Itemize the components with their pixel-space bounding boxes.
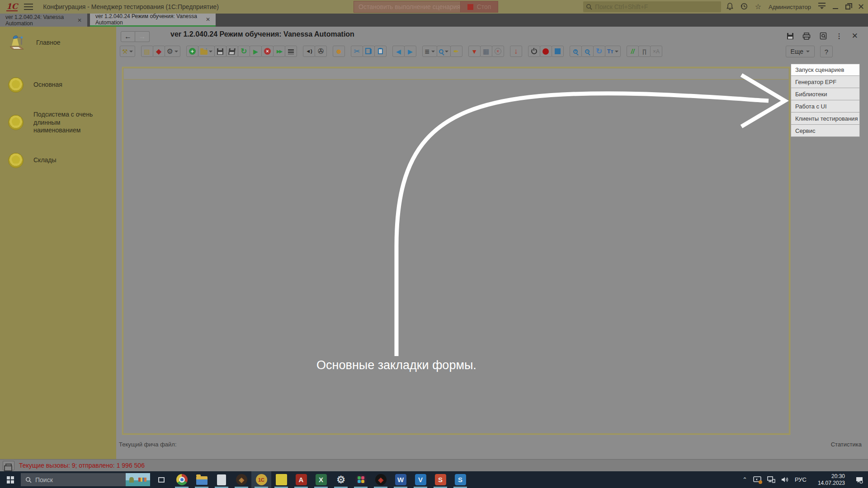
table-button[interactable]: ▦ xyxy=(480,46,492,57)
tab-libraries[interactable]: Библиотеки xyxy=(791,88,860,100)
tab-close-icon[interactable]: ✕ xyxy=(206,16,210,23)
stop-error-button[interactable]: × xyxy=(261,46,274,57)
settings-button[interactable]: ⚙ xyxy=(165,46,180,57)
font-button[interactable]: Tт xyxy=(605,46,621,57)
restart-button[interactable]: ↻ xyxy=(238,46,250,57)
tray-expand-icon[interactable]: ⌃ xyxy=(742,476,747,483)
history-icon[interactable] xyxy=(741,3,748,11)
current-user[interactable]: Администратор xyxy=(769,4,811,10)
taskbar-app-explorer[interactable] xyxy=(192,471,212,488)
performance-indicator-button[interactable] xyxy=(3,461,14,470)
favorites-star-icon[interactable]: ☆ xyxy=(755,3,761,10)
task-view-button[interactable] xyxy=(154,471,169,488)
taskbar-app-1c[interactable]: 1С xyxy=(251,471,271,488)
sidebar-item-podsistema[interactable]: Подсистема с очень длинным наименованием xyxy=(0,104,116,141)
notifications-bell-icon[interactable] xyxy=(726,3,733,11)
steps-button[interactable] xyxy=(285,46,297,57)
window-close-button[interactable]: ✕ xyxy=(858,3,864,11)
play-fast-button[interactable]: ▶▶ xyxy=(273,46,285,57)
network-icon[interactable] xyxy=(767,476,775,483)
taskbar-app-word[interactable]: W xyxy=(391,471,410,488)
taskbar-search-input[interactable] xyxy=(35,476,112,483)
statistics-link[interactable]: Статистика xyxy=(831,441,862,448)
subsystem-tree-button[interactable]: ▤ xyxy=(141,46,153,57)
main-menu-icon[interactable] xyxy=(24,4,33,10)
sync-button[interactable]: ↻ xyxy=(593,46,605,57)
tab-training-mode[interactable]: ver 1.2.040.24 Режим обучения: Vanessa A… xyxy=(90,14,216,27)
save-icon[interactable] xyxy=(787,33,793,39)
breakpoint-button[interactable]: ◆ xyxy=(153,46,165,57)
help-button[interactable]: ? xyxy=(820,46,833,57)
zoom-out-button[interactable]: − xyxy=(581,46,594,57)
taskbar-app-notepad[interactable] xyxy=(212,471,231,488)
global-search[interactable] xyxy=(583,1,721,12)
close-circle-button[interactable]: × xyxy=(492,46,504,57)
video-button[interactable]: ✇ xyxy=(315,46,327,57)
language-indicator[interactable]: РУС xyxy=(795,476,807,483)
search-button[interactable] xyxy=(437,46,451,57)
taskbar-app-hexagon-1[interactable]: ◈ xyxy=(231,471,251,488)
tools-button[interactable]: ⚒ xyxy=(120,46,135,57)
service-menu-icon[interactable] xyxy=(818,3,826,11)
taskbar-app-slack[interactable] xyxy=(351,471,371,488)
stop-record-button[interactable] xyxy=(552,46,564,57)
save-as-button[interactable] xyxy=(226,46,238,57)
start-button[interactable] xyxy=(0,471,21,488)
record-button[interactable] xyxy=(540,46,552,57)
save-button[interactable] xyxy=(214,46,226,57)
download-button[interactable]: ↓ xyxy=(510,46,522,57)
more-button[interactable]: Еще xyxy=(786,46,815,57)
add-button[interactable]: + xyxy=(186,46,198,57)
nav-back-button[interactable]: ← xyxy=(121,31,135,42)
flag-button[interactable]: ▼ xyxy=(468,46,481,57)
taskbar-app-sticky-notes[interactable] xyxy=(271,471,291,488)
form-close-icon[interactable]: ✕ xyxy=(852,31,858,41)
power-button[interactable] xyxy=(528,46,540,57)
stop-button[interactable]: Стоп xyxy=(460,1,498,12)
taskbar-app-red-s[interactable]: S xyxy=(430,471,450,488)
taskbar-search[interactable] xyxy=(21,473,150,486)
tab-test-clients[interactable]: Клиенты тестирования xyxy=(791,113,860,125)
sort-list-button[interactable]: ≣ xyxy=(422,46,437,57)
taskbar-app-blue-s[interactable]: S xyxy=(450,471,470,488)
action-center-icon[interactable] xyxy=(855,476,863,483)
taskbar-app-settings[interactable]: ⚙ xyxy=(331,471,351,488)
tab-service[interactable]: Сервис xyxy=(791,125,860,137)
taskbar-app-excel[interactable]: X xyxy=(311,471,331,488)
clean-button[interactable]: ✒ xyxy=(450,46,462,57)
play-button[interactable]: ▶ xyxy=(250,46,262,57)
tab-close-icon[interactable]: ✕ xyxy=(77,17,82,23)
tab-vanessa-automation[interactable]: ver 1.2.040.24: Vanessa Automation ✕ xyxy=(0,14,87,27)
tab-epf-generator[interactable]: Генератор EPF xyxy=(791,76,860,88)
tab-ui-work[interactable]: Работа с UI xyxy=(791,100,860,113)
sound-button[interactable]: ◄) xyxy=(303,46,315,57)
copy-button[interactable] xyxy=(363,46,375,57)
clock[interactable]: 20:30 14.07.2023 xyxy=(818,473,845,487)
step-forward-button[interactable]: ▶ xyxy=(404,46,416,57)
sidebar-item-sklady[interactable]: Склады xyxy=(0,146,116,174)
volume-icon[interactable] xyxy=(781,476,789,483)
step-back-button[interactable]: ◀ xyxy=(392,46,405,57)
nav-forward-button[interactable]: → xyxy=(135,31,150,42)
window-restore-button[interactable] xyxy=(845,5,850,9)
reader-button[interactable]: ☻ xyxy=(333,46,345,57)
tab-scenario-run[interactable]: Запуск сценариев xyxy=(791,64,860,76)
taskbar-app-chrome[interactable] xyxy=(172,471,192,488)
taskbar-app-vscode[interactable]: V xyxy=(410,471,430,488)
paste-button[interactable] xyxy=(374,46,387,57)
zoom-in-button[interactable]: + xyxy=(570,46,582,57)
taskbar-app-acrobat[interactable]: A xyxy=(291,471,311,488)
sidebar-item-main[interactable]: Главное xyxy=(0,27,116,63)
screen-share-icon[interactable] xyxy=(753,476,761,483)
kebab-menu-icon[interactable]: ⋮ xyxy=(836,32,843,40)
comment-button[interactable]: // xyxy=(627,46,639,57)
window-minimize-button[interactable] xyxy=(833,8,838,9)
global-search-input[interactable] xyxy=(595,3,718,10)
print-icon[interactable] xyxy=(802,33,811,40)
preview-icon[interactable] xyxy=(820,32,827,40)
translate-button[interactable]: ×A xyxy=(650,46,662,57)
sidebar-item-osnovnaya[interactable]: Основная xyxy=(0,71,116,99)
open-button[interactable] xyxy=(198,46,215,57)
cut-button[interactable]: ✂ xyxy=(351,46,363,57)
params-button[interactable]: |'| xyxy=(638,46,651,57)
